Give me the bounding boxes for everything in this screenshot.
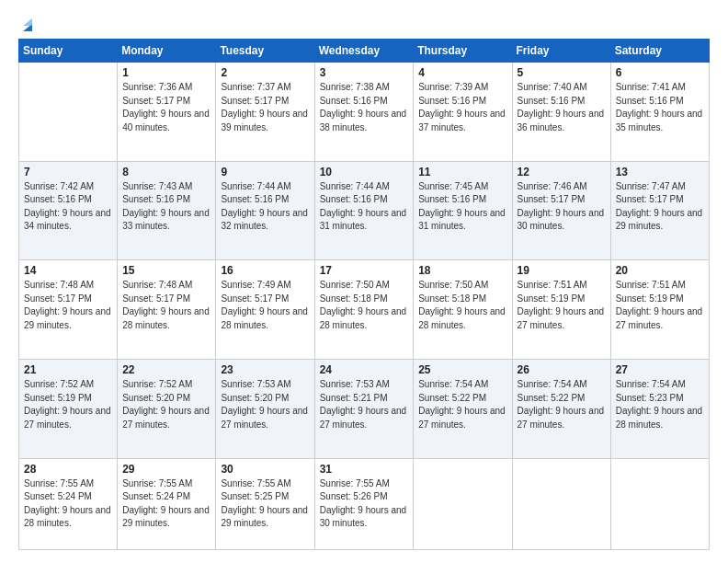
day-info: Sunrise: 7:48 AMSunset: 5:17 PMDaylight:… <box>122 279 210 332</box>
week-row-1: 1Sunrise: 7:36 AMSunset: 5:17 PMDaylight… <box>19 63 710 162</box>
header <box>18 17 710 29</box>
day-info: Sunrise: 7:37 AMSunset: 5:17 PMDaylight:… <box>221 81 309 134</box>
calendar-cell: 14Sunrise: 7:48 AMSunset: 5:17 PMDayligh… <box>19 260 118 360</box>
day-number: 21 <box>24 363 112 376</box>
day-number: 9 <box>221 166 309 178</box>
day-info: Sunrise: 7:44 AMSunset: 5:16 PMDaylight:… <box>221 180 309 234</box>
col-header-saturday: Saturday <box>610 40 709 63</box>
day-number: 6 <box>616 66 704 79</box>
day-info: Sunrise: 7:52 AMSunset: 5:20 PMDaylight:… <box>122 378 210 431</box>
day-info: Sunrise: 7:55 AMSunset: 5:24 PMDaylight:… <box>24 477 112 531</box>
calendar-cell: 10Sunrise: 7:44 AMSunset: 5:16 PMDayligh… <box>314 161 414 260</box>
calendar-cell: 18Sunrise: 7:50 AMSunset: 5:18 PMDayligh… <box>414 260 512 360</box>
day-info: Sunrise: 7:54 AMSunset: 5:23 PMDaylight:… <box>616 378 704 431</box>
day-number: 11 <box>418 166 506 178</box>
day-info: Sunrise: 7:38 AMSunset: 5:16 PMDaylight:… <box>320 81 409 134</box>
day-number: 16 <box>221 264 309 277</box>
day-number: 28 <box>24 463 112 476</box>
col-header-sunday: Sunday <box>19 40 118 63</box>
calendar-table: SundayMondayTuesdayWednesdayThursdayFrid… <box>18 39 710 550</box>
calendar-header-row: SundayMondayTuesdayWednesdayThursdayFrid… <box>19 40 710 63</box>
logo-arrow-icon <box>19 17 36 33</box>
day-number: 29 <box>122 463 210 476</box>
calendar-cell: 19Sunrise: 7:51 AMSunset: 5:19 PMDayligh… <box>512 260 610 360</box>
calendar-cell: 23Sunrise: 7:53 AMSunset: 5:20 PMDayligh… <box>216 360 314 459</box>
day-info: Sunrise: 7:46 AMSunset: 5:17 PMDaylight:… <box>518 180 606 234</box>
calendar-cell: 9Sunrise: 7:44 AMSunset: 5:16 PMDaylight… <box>216 161 314 260</box>
day-info: Sunrise: 7:52 AMSunset: 5:19 PMDaylight:… <box>24 378 112 431</box>
day-info: Sunrise: 7:55 AMSunset: 5:25 PMDaylight:… <box>221 477 309 531</box>
calendar-cell: 24Sunrise: 7:53 AMSunset: 5:21 PMDayligh… <box>314 360 414 459</box>
day-info: Sunrise: 7:51 AMSunset: 5:19 PMDaylight:… <box>518 279 606 332</box>
day-info: Sunrise: 7:54 AMSunset: 5:22 PMDaylight:… <box>518 378 606 431</box>
calendar-cell: 26Sunrise: 7:54 AMSunset: 5:22 PMDayligh… <box>512 360 610 459</box>
day-number: 10 <box>320 166 409 178</box>
day-number: 19 <box>518 264 606 277</box>
day-number: 1 <box>122 66 210 79</box>
calendar-cell: 21Sunrise: 7:52 AMSunset: 5:19 PMDayligh… <box>19 360 118 459</box>
col-header-thursday: Thursday <box>414 40 512 63</box>
day-number: 22 <box>122 363 210 376</box>
col-header-tuesday: Tuesday <box>216 40 314 63</box>
day-number: 12 <box>518 166 606 178</box>
day-number: 17 <box>320 264 409 277</box>
day-number: 25 <box>418 363 506 376</box>
day-number: 23 <box>221 363 309 376</box>
calendar-cell: 27Sunrise: 7:54 AMSunset: 5:23 PMDayligh… <box>610 360 709 459</box>
col-header-monday: Monday <box>118 40 216 63</box>
calendar-cell <box>19 63 118 162</box>
calendar-cell: 29Sunrise: 7:55 AMSunset: 5:24 PMDayligh… <box>118 458 216 549</box>
logo <box>18 17 37 29</box>
calendar-cell: 17Sunrise: 7:50 AMSunset: 5:18 PMDayligh… <box>314 260 414 360</box>
calendar-cell: 30Sunrise: 7:55 AMSunset: 5:25 PMDayligh… <box>216 458 314 549</box>
calendar-cell: 22Sunrise: 7:52 AMSunset: 5:20 PMDayligh… <box>118 360 216 459</box>
day-info: Sunrise: 7:40 AMSunset: 5:16 PMDaylight:… <box>518 81 606 134</box>
calendar-cell: 15Sunrise: 7:48 AMSunset: 5:17 PMDayligh… <box>118 260 216 360</box>
day-info: Sunrise: 7:49 AMSunset: 5:17 PMDaylight:… <box>221 279 309 332</box>
day-info: Sunrise: 7:54 AMSunset: 5:22 PMDaylight:… <box>418 378 506 431</box>
calendar-cell: 8Sunrise: 7:43 AMSunset: 5:16 PMDaylight… <box>118 161 216 260</box>
day-info: Sunrise: 7:39 AMSunset: 5:16 PMDaylight:… <box>418 81 506 134</box>
day-number: 15 <box>122 264 210 277</box>
day-info: Sunrise: 7:55 AMSunset: 5:26 PMDaylight:… <box>320 477 409 531</box>
day-number: 31 <box>320 463 409 476</box>
calendar-cell: 16Sunrise: 7:49 AMSunset: 5:17 PMDayligh… <box>216 260 314 360</box>
day-info: Sunrise: 7:55 AMSunset: 5:24 PMDaylight:… <box>122 477 210 531</box>
day-info: Sunrise: 7:50 AMSunset: 5:18 PMDaylight:… <box>320 279 409 332</box>
day-number: 3 <box>320 66 409 79</box>
calendar-cell: 12Sunrise: 7:46 AMSunset: 5:17 PMDayligh… <box>512 161 610 260</box>
calendar-cell <box>512 458 610 549</box>
calendar-cell: 13Sunrise: 7:47 AMSunset: 5:17 PMDayligh… <box>610 161 709 260</box>
day-number: 26 <box>518 363 606 376</box>
day-info: Sunrise: 7:53 AMSunset: 5:21 PMDaylight:… <box>320 378 409 431</box>
day-info: Sunrise: 7:47 AMSunset: 5:17 PMDaylight:… <box>616 180 704 234</box>
day-info: Sunrise: 7:45 AMSunset: 5:16 PMDaylight:… <box>418 180 506 234</box>
calendar-cell: 6Sunrise: 7:41 AMSunset: 5:16 PMDaylight… <box>610 63 709 162</box>
calendar-cell: 31Sunrise: 7:55 AMSunset: 5:26 PMDayligh… <box>314 458 414 549</box>
day-info: Sunrise: 7:48 AMSunset: 5:17 PMDaylight:… <box>24 279 112 332</box>
svg-marker-1 <box>23 18 32 26</box>
calendar-cell: 28Sunrise: 7:55 AMSunset: 5:24 PMDayligh… <box>19 458 118 549</box>
day-number: 7 <box>24 166 112 178</box>
calendar-cell: 1Sunrise: 7:36 AMSunset: 5:17 PMDaylight… <box>118 63 216 162</box>
day-info: Sunrise: 7:41 AMSunset: 5:16 PMDaylight:… <box>616 81 704 134</box>
day-number: 24 <box>320 363 409 376</box>
calendar-cell: 3Sunrise: 7:38 AMSunset: 5:16 PMDaylight… <box>314 63 414 162</box>
week-row-3: 14Sunrise: 7:48 AMSunset: 5:17 PMDayligh… <box>19 260 710 360</box>
calendar-cell <box>610 458 709 549</box>
day-number: 8 <box>122 166 210 178</box>
day-number: 2 <box>221 66 309 79</box>
col-header-wednesday: Wednesday <box>314 40 414 63</box>
week-row-4: 21Sunrise: 7:52 AMSunset: 5:19 PMDayligh… <box>19 360 710 459</box>
calendar-cell: 5Sunrise: 7:40 AMSunset: 5:16 PMDaylight… <box>512 63 610 162</box>
calendar-cell: 25Sunrise: 7:54 AMSunset: 5:22 PMDayligh… <box>414 360 512 459</box>
day-number: 5 <box>518 66 606 79</box>
calendar-cell: 20Sunrise: 7:51 AMSunset: 5:19 PMDayligh… <box>610 260 709 360</box>
calendar-cell: 7Sunrise: 7:42 AMSunset: 5:16 PMDaylight… <box>19 161 118 260</box>
day-number: 14 <box>24 264 112 277</box>
week-row-2: 7Sunrise: 7:42 AMSunset: 5:16 PMDaylight… <box>19 161 710 260</box>
week-row-5: 28Sunrise: 7:55 AMSunset: 5:24 PMDayligh… <box>19 458 710 549</box>
day-info: Sunrise: 7:44 AMSunset: 5:16 PMDaylight:… <box>320 180 409 234</box>
day-info: Sunrise: 7:50 AMSunset: 5:18 PMDaylight:… <box>418 279 506 332</box>
page: SundayMondayTuesdayWednesdayThursdayFrid… <box>0 0 728 563</box>
